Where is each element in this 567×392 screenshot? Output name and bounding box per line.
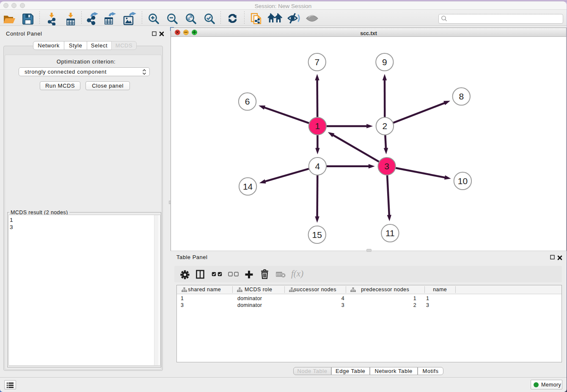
svg-text:8: 8 <box>459 91 464 101</box>
svg-text:15: 15 <box>312 230 322 240</box>
svg-text:3: 3 <box>384 161 389 171</box>
svg-text:14: 14 <box>243 182 253 191</box>
svg-text:9: 9 <box>382 57 387 67</box>
svg-text:1: 1 <box>315 121 320 131</box>
svg-text:4: 4 <box>315 161 320 171</box>
svg-text:7: 7 <box>314 57 319 67</box>
svg-text:11: 11 <box>385 228 395 238</box>
svg-text:10: 10 <box>458 176 468 186</box>
svg-text:6: 6 <box>245 97 250 106</box>
svg-text:2: 2 <box>383 121 388 131</box>
